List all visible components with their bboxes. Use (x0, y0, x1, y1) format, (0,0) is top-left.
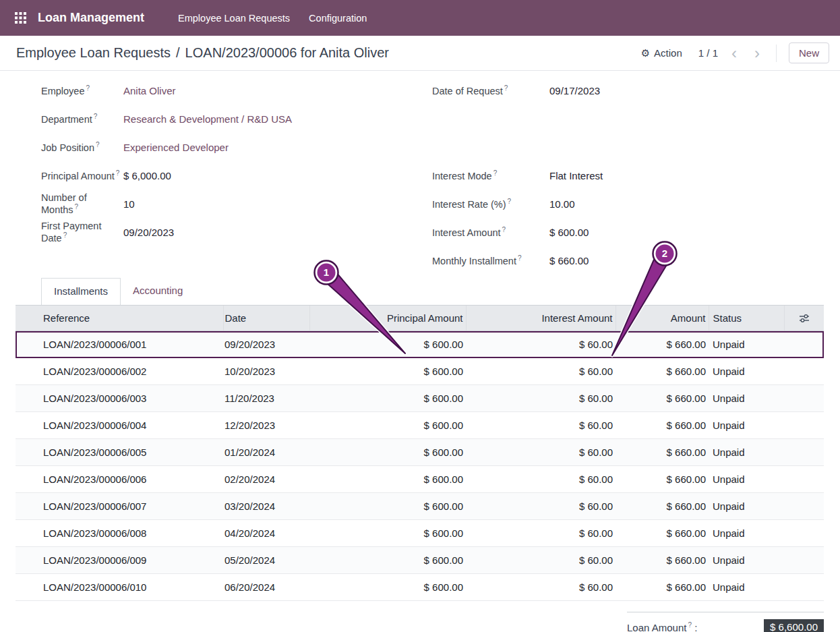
field-label: Interest Mode? (432, 169, 549, 181)
cell-principal-amount: $ 600.00 (309, 439, 466, 466)
header-interest-amount[interactable]: Interest Amount (466, 306, 616, 331)
cell-status: Unpaid (709, 412, 784, 439)
pager-next-button[interactable]: › (750, 45, 764, 61)
cell-interest-amount: $ 60.00 (466, 547, 616, 574)
field-row: Employee? Anita Oliver (41, 76, 432, 105)
control-bar: Employee Loan Requests/LOAN/2023/00006 f… (0, 36, 840, 71)
cell-reference: LOAN/2023/00006/008 (41, 520, 223, 547)
help-marker-icon: ? (94, 113, 98, 120)
field-value[interactable]: $ 600.00 (549, 227, 589, 238)
field-label: Employee? (41, 84, 123, 96)
cell-amount: $ 660.00 (616, 412, 709, 439)
cell-interest-amount: $ 60.00 (466, 493, 616, 520)
loan-amount-value: $ 6,600.00 (764, 619, 824, 632)
header-principal-amount[interactable]: Principal Amount (309, 306, 466, 331)
cell-reference: LOAN/2023/00006/003 (41, 385, 223, 412)
help-marker-icon: ? (518, 254, 522, 262)
header-reference[interactable]: Reference (41, 306, 223, 331)
field-value[interactable]: Anita Oliver (123, 85, 176, 96)
field-row: Job Position? Experienced Developer (41, 133, 432, 161)
cell-options (784, 358, 824, 385)
field-value[interactable]: Flat Interest (549, 170, 603, 181)
optional-columns-button[interactable] (796, 310, 812, 326)
cell-options (784, 439, 824, 466)
action-label: Action (654, 47, 682, 59)
cell-status: Unpaid (709, 493, 784, 520)
field-label: Job Position? (41, 141, 123, 153)
cell-date: 02/20/2024 (223, 466, 309, 493)
row-gutter (16, 466, 41, 493)
field-row: Monthly Installment? $ 660.00 (432, 246, 824, 275)
table-row[interactable]: LOAN/2023/00006/006 02/20/2024 $ 600.00 … (16, 466, 824, 493)
cell-principal-amount: $ 600.00 (309, 547, 466, 574)
table-row[interactable]: LOAN/2023/00006/004 12/20/2023 $ 600.00 … (16, 412, 824, 439)
table-row[interactable]: LOAN/2023/00006/002 10/20/2023 $ 600.00 … (16, 358, 824, 385)
table-row[interactable]: LOAN/2023/00006/003 11/20/2023 $ 600.00 … (16, 385, 824, 412)
pager-previous-button[interactable]: ‹ (727, 45, 741, 61)
field-row: Interest Mode? Flat Interest (432, 161, 824, 190)
menu-employee-loan-requests[interactable]: Employee Loan Requests (169, 7, 299, 29)
cell-date: 11/20/2023 (223, 385, 309, 412)
table-row[interactable]: LOAN/2023/00006/001 09/20/2023 $ 600.00 … (16, 331, 824, 358)
cell-amount: $ 660.00 (616, 331, 709, 358)
appbar: Loan Management Employee Loan Requests C… (0, 0, 840, 36)
cell-interest-amount: $ 60.00 (466, 331, 616, 358)
cell-options (784, 385, 824, 412)
table-row[interactable]: LOAN/2023/00006/009 05/20/2024 $ 600.00 … (16, 547, 824, 574)
field-row: Interest Amount? $ 600.00 (432, 218, 824, 246)
row-gutter (16, 385, 41, 412)
tab-installments[interactable]: Installments (41, 278, 121, 305)
breadcrumb: Employee Loan Requests/LOAN/2023/00006 f… (16, 45, 389, 61)
row-gutter (16, 547, 41, 574)
header-status[interactable]: Status (709, 306, 784, 331)
cell-amount: $ 660.00 (616, 466, 709, 493)
cell-principal-amount: $ 600.00 (309, 412, 466, 439)
field-value[interactable]: Experienced Developer (123, 142, 229, 153)
cell-interest-amount: $ 60.00 (466, 358, 616, 385)
field-value[interactable]: 09/20/2023 (123, 227, 174, 238)
cell-reference: LOAN/2023/00006/004 (41, 412, 223, 439)
divider (776, 45, 777, 62)
table-header-row: Reference Date Principal Amount Interest… (16, 306, 824, 331)
help-marker-icon: ? (493, 169, 498, 177)
field-value[interactable]: $ 660.00 (549, 255, 589, 266)
field-row: Interest Rate (%)? 10.00 (432, 190, 824, 218)
header-amount[interactable]: Amount (616, 306, 709, 331)
field-group-left-bottom: Principal Amount? $ 6,000.00 Number of M… (41, 161, 432, 275)
table-row[interactable]: LOAN/2023/00006/010 06/20/2024 $ 600.00 … (16, 574, 824, 601)
tab-accounting[interactable]: Accounting (121, 278, 195, 305)
cell-options (784, 547, 824, 574)
cell-status: Unpaid (709, 520, 784, 547)
table-row[interactable]: LOAN/2023/00006/008 04/20/2024 $ 600.00 … (16, 520, 824, 547)
cell-principal-amount: $ 600.00 (309, 358, 466, 385)
cell-options (784, 520, 824, 547)
header-date[interactable]: Date (223, 306, 309, 331)
cell-interest-amount: $ 60.00 (466, 574, 616, 601)
field-row: Department? Research & Development / R&D… (41, 105, 432, 133)
field-value[interactable]: Research & Development / R&D USA (123, 113, 292, 125)
apps-grid-icon (15, 12, 26, 24)
breadcrumb-parent[interactable]: Employee Loan Requests (16, 45, 171, 60)
apps-menu-button[interactable] (11, 9, 30, 28)
cell-amount: $ 660.00 (616, 547, 709, 574)
cell-options (784, 574, 824, 601)
cell-status: Unpaid (709, 358, 784, 385)
field-value[interactable]: 10.00 (549, 198, 575, 210)
cell-date: 06/20/2024 (223, 574, 309, 601)
notebook-tabs: Installments Accounting (41, 278, 840, 305)
cell-status: Unpaid (709, 574, 784, 601)
gear-icon: ⚙ (641, 48, 650, 58)
menu-configuration[interactable]: Configuration (299, 7, 376, 29)
table-row[interactable]: LOAN/2023/00006/007 03/20/2024 $ 600.00 … (16, 493, 824, 520)
field-value[interactable]: 10 (123, 198, 135, 210)
app-title[interactable]: Loan Management (38, 11, 144, 25)
field-value[interactable]: $ 6,000.00 (123, 170, 171, 181)
row-gutter (16, 412, 41, 439)
field-value[interactable]: 09/17/2023 (549, 85, 600, 96)
table-row[interactable]: LOAN/2023/00006/005 01/20/2024 $ 600.00 … (16, 439, 824, 466)
cell-status: Unpaid (709, 385, 784, 412)
installments-table-body: LOAN/2023/00006/001 09/20/2023 $ 600.00 … (16, 331, 824, 601)
new-button[interactable]: New (789, 42, 829, 63)
field-row: Date of Request? 09/17/2023 (432, 76, 824, 105)
action-button[interactable]: ⚙ Action (641, 47, 682, 59)
